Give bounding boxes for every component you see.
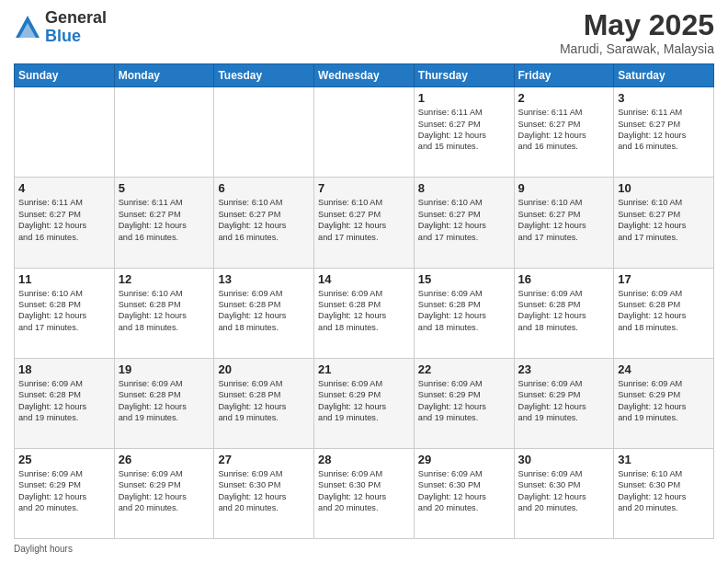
- weekday-header-row: SundayMondayTuesdayWednesdayThursdayFrid…: [15, 64, 714, 87]
- weekday-header-thursday: Thursday: [414, 64, 514, 87]
- day-number: 18: [18, 362, 110, 376]
- calendar-cell: 10Sunrise: 6:10 AM Sunset: 6:27 PM Dayli…: [614, 178, 714, 268]
- day-info: Sunrise: 6:09 AM Sunset: 6:30 PM Dayligh…: [418, 468, 510, 514]
- day-number: 1: [418, 91, 510, 105]
- calendar-cell: 29Sunrise: 6:09 AM Sunset: 6:30 PM Dayli…: [414, 448, 514, 538]
- day-number: 12: [119, 272, 210, 286]
- day-info: Sunrise: 6:09 AM Sunset: 6:28 PM Dayligh…: [218, 378, 310, 424]
- day-info: Sunrise: 6:10 AM Sunset: 6:27 PM Dayligh…: [418, 197, 510, 243]
- calendar-table: SundayMondayTuesdayWednesdayThursdayFrid…: [14, 63, 714, 539]
- logo-icon: [14, 14, 41, 41]
- calendar-cell: 12Sunrise: 6:10 AM Sunset: 6:28 PM Dayli…: [114, 268, 214, 358]
- day-info: Sunrise: 6:09 AM Sunset: 6:28 PM Dayligh…: [119, 378, 210, 424]
- header: General Blue May 2025 Marudi, Sarawak, M…: [14, 9, 714, 56]
- daylight-label: Daylight hours: [14, 544, 73, 554]
- day-info: Sunrise: 6:09 AM Sunset: 6:28 PM Dayligh…: [618, 288, 710, 334]
- calendar-cell: 22Sunrise: 6:09 AM Sunset: 6:29 PM Dayli…: [414, 358, 514, 448]
- day-info: Sunrise: 6:09 AM Sunset: 6:29 PM Dayligh…: [119, 468, 210, 514]
- day-info: Sunrise: 6:10 AM Sunset: 6:30 PM Dayligh…: [618, 468, 710, 514]
- calendar-week-row: 1Sunrise: 6:11 AM Sunset: 6:27 PM Daylig…: [15, 87, 714, 178]
- day-number: 19: [119, 362, 210, 376]
- calendar-cell: [214, 87, 314, 178]
- day-info: Sunrise: 6:10 AM Sunset: 6:27 PM Dayligh…: [518, 197, 610, 243]
- day-info: Sunrise: 6:09 AM Sunset: 6:29 PM Dayligh…: [518, 378, 610, 424]
- calendar-cell: 24Sunrise: 6:09 AM Sunset: 6:29 PM Dayli…: [614, 358, 714, 448]
- day-number: 14: [318, 272, 410, 286]
- day-number: 11: [18, 272, 110, 286]
- day-number: 17: [618, 272, 710, 286]
- calendar-cell: 13Sunrise: 6:09 AM Sunset: 6:28 PM Dayli…: [214, 268, 314, 358]
- day-number: 22: [418, 362, 510, 376]
- logo-blue-text: Blue: [45, 27, 81, 45]
- calendar-cell: 2Sunrise: 6:11 AM Sunset: 6:27 PM Daylig…: [514, 87, 614, 178]
- weekday-header-wednesday: Wednesday: [314, 64, 415, 87]
- calendar-cell: 27Sunrise: 6:09 AM Sunset: 6:30 PM Dayli…: [214, 448, 314, 538]
- calendar-cell: 7Sunrise: 6:10 AM Sunset: 6:27 PM Daylig…: [314, 178, 415, 268]
- calendar-cell: 23Sunrise: 6:09 AM Sunset: 6:29 PM Dayli…: [514, 358, 614, 448]
- calendar-week-row: 11Sunrise: 6:10 AM Sunset: 6:28 PM Dayli…: [15, 268, 714, 358]
- day-info: Sunrise: 6:11 AM Sunset: 6:27 PM Dayligh…: [418, 107, 510, 153]
- day-number: 10: [618, 181, 710, 195]
- calendar-cell: [15, 87, 115, 178]
- day-info: Sunrise: 6:10 AM Sunset: 6:27 PM Dayligh…: [318, 197, 410, 243]
- day-number: 27: [218, 453, 310, 466]
- calendar-week-row: 18Sunrise: 6:09 AM Sunset: 6:28 PM Dayli…: [15, 358, 714, 448]
- calendar-cell: 20Sunrise: 6:09 AM Sunset: 6:28 PM Dayli…: [214, 358, 314, 448]
- calendar-cell: 25Sunrise: 6:09 AM Sunset: 6:29 PM Dayli…: [15, 448, 115, 538]
- weekday-header-sunday: Sunday: [15, 64, 115, 87]
- day-info: Sunrise: 6:11 AM Sunset: 6:27 PM Dayligh…: [518, 107, 610, 153]
- day-number: 13: [218, 272, 310, 286]
- calendar-cell: 15Sunrise: 6:09 AM Sunset: 6:28 PM Dayli…: [414, 268, 514, 358]
- day-number: 21: [318, 362, 410, 376]
- day-number: 2: [518, 91, 610, 105]
- calendar-cell: 26Sunrise: 6:09 AM Sunset: 6:29 PM Dayli…: [114, 448, 214, 538]
- day-number: 29: [418, 453, 510, 466]
- calendar-cell: 8Sunrise: 6:10 AM Sunset: 6:27 PM Daylig…: [414, 178, 514, 268]
- day-info: Sunrise: 6:09 AM Sunset: 6:29 PM Dayligh…: [618, 378, 710, 424]
- day-info: Sunrise: 6:09 AM Sunset: 6:29 PM Dayligh…: [318, 378, 410, 424]
- weekday-header-tuesday: Tuesday: [214, 64, 314, 87]
- logo: General Blue: [14, 9, 107, 46]
- day-number: 15: [418, 272, 510, 286]
- calendar-cell: 9Sunrise: 6:10 AM Sunset: 6:27 PM Daylig…: [514, 178, 614, 268]
- day-number: 5: [119, 181, 210, 195]
- day-info: Sunrise: 6:10 AM Sunset: 6:27 PM Dayligh…: [218, 197, 310, 243]
- calendar-cell: 11Sunrise: 6:10 AM Sunset: 6:28 PM Dayli…: [15, 268, 115, 358]
- calendar-week-row: 25Sunrise: 6:09 AM Sunset: 6:29 PM Dayli…: [15, 448, 714, 538]
- month-title: May 2025: [560, 9, 714, 41]
- day-number: 31: [618, 453, 710, 466]
- day-number: 4: [18, 181, 110, 195]
- day-info: Sunrise: 6:11 AM Sunset: 6:27 PM Dayligh…: [119, 197, 210, 243]
- day-info: Sunrise: 6:09 AM Sunset: 6:29 PM Dayligh…: [418, 378, 510, 424]
- day-number: 7: [318, 181, 410, 195]
- day-info: Sunrise: 6:09 AM Sunset: 6:28 PM Dayligh…: [218, 288, 310, 334]
- calendar-week-row: 4Sunrise: 6:11 AM Sunset: 6:27 PM Daylig…: [15, 178, 714, 268]
- calendar-cell: 31Sunrise: 6:10 AM Sunset: 6:30 PM Dayli…: [614, 448, 714, 538]
- day-number: 6: [218, 181, 310, 195]
- calendar-cell: 19Sunrise: 6:09 AM Sunset: 6:28 PM Dayli…: [114, 358, 214, 448]
- day-info: Sunrise: 6:09 AM Sunset: 6:28 PM Dayligh…: [418, 288, 510, 334]
- day-number: 16: [518, 272, 610, 286]
- day-info: Sunrise: 6:09 AM Sunset: 6:28 PM Dayligh…: [318, 288, 410, 334]
- day-info: Sunrise: 6:11 AM Sunset: 6:27 PM Dayligh…: [618, 107, 710, 153]
- day-info: Sunrise: 6:10 AM Sunset: 6:28 PM Dayligh…: [18, 288, 110, 334]
- day-number: 3: [618, 91, 710, 105]
- calendar-cell: 14Sunrise: 6:09 AM Sunset: 6:28 PM Dayli…: [314, 268, 415, 358]
- calendar-cell: 21Sunrise: 6:09 AM Sunset: 6:29 PM Dayli…: [314, 358, 415, 448]
- day-number: 25: [18, 453, 110, 466]
- day-number: 9: [518, 181, 610, 195]
- calendar-cell: 6Sunrise: 6:10 AM Sunset: 6:27 PM Daylig…: [214, 178, 314, 268]
- day-number: 24: [618, 362, 710, 376]
- logo-general-text: General: [45, 8, 107, 27]
- day-info: Sunrise: 6:10 AM Sunset: 6:28 PM Dayligh…: [119, 288, 210, 334]
- day-info: Sunrise: 6:09 AM Sunset: 6:30 PM Dayligh…: [518, 468, 610, 514]
- day-info: Sunrise: 6:09 AM Sunset: 6:30 PM Dayligh…: [218, 468, 310, 514]
- day-number: 8: [418, 181, 510, 195]
- day-info: Sunrise: 6:09 AM Sunset: 6:29 PM Dayligh…: [18, 468, 110, 514]
- calendar-cell: [314, 87, 415, 178]
- day-number: 26: [119, 453, 210, 466]
- day-number: 28: [318, 453, 410, 466]
- calendar-cell: 5Sunrise: 6:11 AM Sunset: 6:27 PM Daylig…: [114, 178, 214, 268]
- calendar-cell: 16Sunrise: 6:09 AM Sunset: 6:28 PM Dayli…: [514, 268, 614, 358]
- calendar-cell: 18Sunrise: 6:09 AM Sunset: 6:28 PM Dayli…: [15, 358, 115, 448]
